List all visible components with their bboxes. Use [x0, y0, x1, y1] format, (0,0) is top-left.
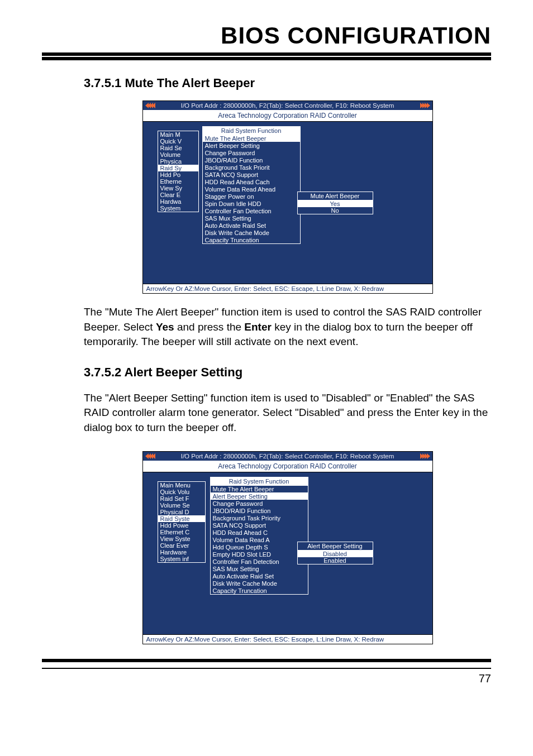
main-menu-item[interactable]: Quick Volu — [158, 489, 205, 495]
func-menu-item[interactable]: JBOD/RAID Function — [211, 507, 308, 514]
main-menu-item[interactable]: Volume — [158, 151, 198, 158]
main-menu-item[interactable]: Etherne — [158, 178, 198, 185]
func-menu-item[interactable]: Empty HDD Slot LED — [211, 551, 308, 558]
section-2-body: The "Alert Beeper Setting" function item… — [84, 391, 491, 436]
func-menu-item[interactable]: Background Task Priority — [211, 514, 308, 521]
func-menu-item[interactable]: Capacity Truncation — [203, 236, 300, 243]
bios-subtitle: Areca Technology Corporation RAID Contro… — [143, 110, 432, 122]
bios-top-text: I/O Port Addr : 28000000h, F2(Tab): Sele… — [154, 453, 421, 460]
func-menu-item[interactable]: Alert Beeper Setting — [203, 142, 300, 149]
popup-title: Mute Alert Beeper — [298, 192, 373, 200]
page-title: BIOS CONFIGURATION — [42, 22, 491, 56]
func-menu-item[interactable]: Change Password — [211, 500, 308, 507]
popup-option[interactable]: Yes — [298, 200, 373, 207]
bios-top-bar: I/O Port Addr : 28000000h, F2(Tab): Sele… — [143, 452, 432, 461]
popup-option[interactable]: Disabled — [298, 551, 373, 557]
main-menu-column: Main MQuick VRaid SeVolumePhysicaRaid Sy… — [158, 131, 199, 212]
main-menu-item[interactable]: Physical D — [158, 509, 205, 515]
func-menu-item[interactable]: Mute The Alert Beeper — [211, 485, 308, 492]
arrow-left-icon — [145, 103, 154, 108]
func-menu-item[interactable]: Change Password — [203, 149, 300, 156]
mute-alert-beeper-popup: Mute Alert BeeperYesNo — [297, 192, 373, 214]
main-menu-item[interactable]: Main M — [158, 131, 198, 138]
func-menu-item[interactable]: Volume Data Read Ahead — [203, 185, 300, 193]
popup-option[interactable]: No — [298, 207, 373, 214]
bios-top-bar: I/O Port Addr : 28000000h, F2(Tab): Sele… — [143, 101, 432, 110]
main-menu-item[interactable]: Raid Syste — [158, 515, 205, 522]
bios-subtitle: Areca Technology Corporation RAID Contro… — [143, 461, 432, 472]
main-menu-item[interactable]: Hdd Powe — [158, 522, 205, 529]
func-menu-item[interactable]: Background Task Priorit — [203, 164, 300, 171]
main-menu-item[interactable]: View Sy — [158, 185, 198, 192]
func-title: Raid System Function — [211, 477, 308, 485]
func-menu-item[interactable]: Stagger Power on — [203, 193, 300, 200]
main-menu-item[interactable]: Hardware — [158, 549, 205, 556]
main-menu-item[interactable]: Ethernet C — [158, 529, 205, 535]
func-menu-item[interactable]: HDD Read Ahead C — [211, 529, 308, 536]
main-menu-item[interactable]: Quick V — [158, 138, 198, 145]
func-menu-item[interactable]: SATA NCQ Support — [211, 521, 308, 529]
bios-screenshot-2: I/O Port Addr : 28000000h, F2(Tab): Sele… — [142, 451, 433, 644]
main-menu-item[interactable]: Raid Set F — [158, 495, 205, 502]
func-menu-item[interactable]: JBOD/RAID Function — [203, 156, 300, 164]
main-menu-item[interactable]: System inf — [158, 556, 205, 562]
popup-title: Alert Beeper Setting — [298, 542, 373, 551]
main-menu-item[interactable]: Raid Sy — [158, 165, 198, 171]
func-menu-item[interactable]: SAS Mux Setting — [203, 214, 300, 222]
page-number: 77 — [42, 668, 491, 685]
main-menu-item[interactable]: Physica — [158, 158, 198, 165]
main-menu-item[interactable]: Clear Ever — [158, 542, 205, 549]
main-menu-item[interactable]: Hardwa — [158, 198, 198, 205]
section-1-body: The "Mute The Alert Beeper" function ite… — [84, 305, 491, 350]
func-menu-item[interactable]: Auto Activate Raid Set — [211, 572, 308, 580]
func-menu-item[interactable]: HDD Read Ahead Cach — [203, 178, 300, 185]
raid-system-function-menu: Raid System Function Mute The Alert Beep… — [202, 126, 301, 244]
section-heading-1: 3.7.5.1 Mute The Alert Beeper — [84, 76, 491, 90]
func-menu-item[interactable]: Disk Write Cache Mode — [203, 229, 300, 236]
func-title: Raid System Function — [203, 127, 300, 135]
bios-top-text: I/O Port Addr : 28000000h, F2(Tab): Sele… — [154, 102, 421, 109]
func-menu-item[interactable]: Alert Beeper Setting — [211, 492, 308, 500]
section-heading-2: 3.7.5.2 Alert Beeper Setting — [84, 365, 491, 380]
bios-help-bar: ArrowKey Or AZ:Move Cursor, Enter: Selec… — [143, 634, 432, 644]
page-footer: 77 — [42, 659, 491, 685]
func-menu-item[interactable]: Controller Fan Detection — [211, 558, 308, 565]
func-menu-item[interactable]: Auto Activate Raid Set — [203, 222, 300, 229]
main-menu-item[interactable]: Hdd Po — [158, 171, 198, 178]
main-menu-item[interactable]: Volume Se — [158, 502, 205, 509]
main-menu-item[interactable]: View Syste — [158, 535, 205, 542]
arrow-left-icon — [145, 453, 154, 459]
func-menu-item[interactable]: Mute The Alert Beeper — [203, 135, 300, 142]
func-menu-item[interactable]: Capacity Truncation — [211, 587, 308, 594]
func-menu-item[interactable]: SAS Mux Setting — [211, 565, 308, 572]
arrow-right-icon — [421, 103, 430, 108]
bios-screenshot-1: I/O Port Addr : 28000000h, F2(Tab): Sele… — [142, 101, 433, 294]
main-menu-item[interactable]: Clear E — [158, 192, 198, 198]
func-menu-item[interactable]: Spin Down Idle HDD — [203, 200, 300, 207]
func-menu-item[interactable]: Volume Data Read A — [211, 536, 308, 543]
bios-body: Main MenuQuick VoluRaid Set FVolume SePh… — [143, 472, 432, 634]
raid-system-function-menu: Raid System Function Mute The Alert Beep… — [210, 477, 308, 595]
main-menu-column: Main MenuQuick VoluRaid Set FVolume SePh… — [158, 481, 206, 563]
func-menu-item[interactable]: Disk Write Cache Mode — [211, 580, 308, 587]
func-menu-item[interactable]: SATA NCQ Support — [203, 171, 300, 178]
alert-beeper-setting-popup: Alert Beeper SettingDisabledEnabled — [297, 542, 373, 564]
main-menu-item[interactable]: Raid Se — [158, 145, 198, 151]
bios-body: Main MQuick VRaid SeVolumePhysicaRaid Sy… — [143, 122, 432, 284]
arrow-right-icon — [421, 453, 430, 459]
main-menu-item[interactable]: Main Menu — [158, 482, 205, 489]
func-menu-item[interactable]: Controller Fan Detection — [203, 207, 300, 214]
popup-option[interactable]: Enabled — [298, 557, 373, 564]
main-menu-item[interactable]: System — [158, 205, 198, 212]
func-menu-item[interactable]: Hdd Queue Depth S — [211, 543, 308, 551]
bios-help-bar: ArrowKey Or AZ:Move Cursor, Enter: Selec… — [143, 284, 432, 293]
